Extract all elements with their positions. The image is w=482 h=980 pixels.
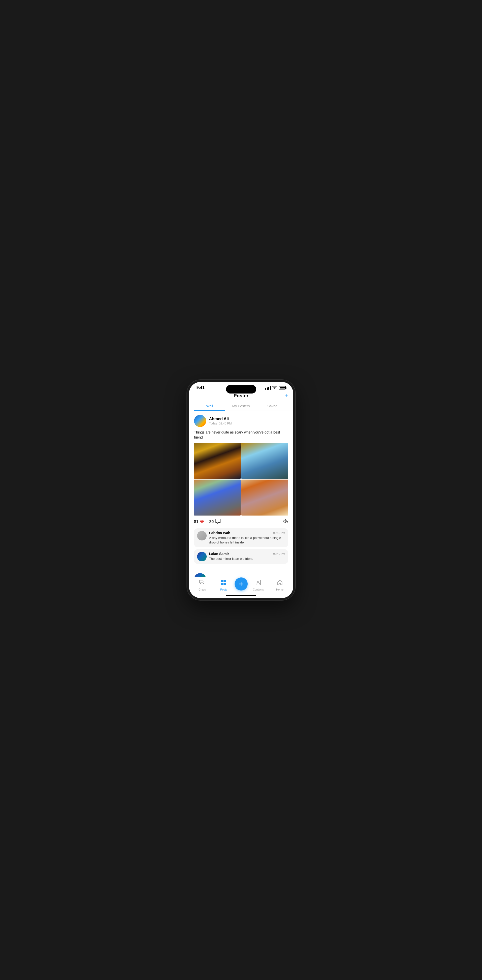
like-count: 81 bbox=[194, 520, 199, 524]
nav-posts[interactable]: Posts bbox=[213, 579, 235, 591]
photo-cell[interactable] bbox=[241, 480, 288, 515]
comment-body: Sabrina Wah 02:40 PM A day without a fri… bbox=[209, 531, 285, 545]
photo-image bbox=[194, 480, 241, 515]
photo-cell[interactable] bbox=[241, 443, 288, 479]
wifi-icon bbox=[272, 386, 277, 390]
nav-contacts-label: Contacts bbox=[253, 588, 264, 591]
like-button[interactable]: 81 ❤ bbox=[194, 519, 204, 525]
content-area: Ahmed Ali Today 02:40 PM Things are neve… bbox=[189, 411, 293, 581]
phone-inner: 9:41 bbox=[189, 382, 293, 598]
comment-avatar bbox=[197, 552, 207, 561]
avatar bbox=[194, 415, 206, 427]
comment-item: Laian Samir 02:40 PM The best mirror is … bbox=[194, 549, 288, 564]
phone-frame: 9:41 bbox=[187, 380, 295, 600]
post-text: Things are never quite as scary when you… bbox=[194, 430, 288, 440]
tabs-bar: Wall My Posters Saved bbox=[189, 402, 293, 411]
nav-add[interactable] bbox=[235, 578, 248, 593]
posts-icon bbox=[221, 579, 227, 587]
tab-wall[interactable]: Wall bbox=[194, 402, 226, 410]
nav-home-label: Home bbox=[276, 588, 283, 591]
battery-icon bbox=[278, 386, 286, 390]
status-time: 9:41 bbox=[197, 385, 205, 390]
comment-text: The best mirror is an old friend bbox=[209, 557, 285, 561]
nav-chats-label: Chats bbox=[199, 588, 206, 591]
status-icons bbox=[265, 386, 286, 390]
comments-section: Sabrina Wah 02:40 PM A day without a fri… bbox=[194, 528, 288, 569]
add-post-button[interactable]: + bbox=[285, 393, 288, 399]
nav-home[interactable]: Home bbox=[269, 579, 291, 591]
svg-rect-2 bbox=[221, 583, 224, 585]
comment-time: 02:40 PM bbox=[273, 552, 285, 555]
post-header: Ahmed Ali Today 02:40 PM bbox=[194, 415, 288, 427]
comment-time: 02:40 PM bbox=[273, 531, 285, 535]
comment-body: Laian Samir 02:40 PM The best mirror is … bbox=[209, 552, 285, 561]
post-user-info: Ahmed Ali Today 02:40 PM bbox=[209, 417, 232, 425]
app-title: Poster bbox=[234, 393, 248, 399]
fab-add-button[interactable] bbox=[235, 578, 248, 590]
home-indicator bbox=[226, 595, 256, 596]
photo-image bbox=[194, 443, 241, 479]
signal-icon bbox=[265, 386, 271, 390]
svg-rect-3 bbox=[224, 583, 226, 585]
photo-image bbox=[241, 480, 288, 515]
comment-avatar bbox=[197, 531, 207, 541]
comment-username: Laian Samir bbox=[209, 552, 229, 556]
chats-icon bbox=[199, 579, 205, 587]
post-time: Today 02:40 PM bbox=[209, 422, 232, 425]
post-item: Ahmed Ali Today 02:40 PM Things are neve… bbox=[189, 411, 293, 569]
post-actions: 81 ❤ 20 bbox=[194, 515, 288, 528]
comment-header: Laian Samir 02:40 PM bbox=[209, 552, 285, 556]
comment-count: 20 bbox=[209, 520, 214, 524]
photo-grid bbox=[194, 443, 288, 515]
post-username: Ahmed Ali bbox=[209, 417, 232, 421]
svg-rect-1 bbox=[224, 580, 226, 582]
comment-text: A day without a friend is like a pot wit… bbox=[209, 536, 285, 545]
comment-button[interactable]: 20 bbox=[209, 519, 221, 525]
share-button[interactable] bbox=[282, 519, 288, 525]
heart-icon: ❤ bbox=[200, 519, 204, 525]
dynamic-island bbox=[226, 385, 256, 393]
nav-posts-label: Posts bbox=[220, 588, 227, 591]
contacts-icon bbox=[255, 579, 261, 587]
comment-icon bbox=[215, 519, 221, 525]
nav-contacts[interactable]: Contacts bbox=[248, 579, 269, 591]
photo-cell[interactable] bbox=[194, 480, 241, 515]
tab-my-posters[interactable]: My Posters bbox=[225, 402, 257, 410]
home-icon bbox=[277, 579, 283, 587]
svg-rect-0 bbox=[221, 580, 224, 582]
photo-image bbox=[241, 443, 288, 479]
photo-cell[interactable] bbox=[194, 443, 241, 479]
share-icon bbox=[282, 519, 288, 525]
comment-username: Sabrina Wah bbox=[209, 531, 230, 535]
tab-saved[interactable]: Saved bbox=[257, 402, 288, 410]
comment-header: Sabrina Wah 02:40 PM bbox=[209, 531, 285, 535]
svg-point-7 bbox=[258, 581, 259, 583]
nav-chats[interactable]: Chats bbox=[191, 579, 213, 591]
comment-item: Sabrina Wah 02:40 PM A day without a fri… bbox=[194, 528, 288, 547]
